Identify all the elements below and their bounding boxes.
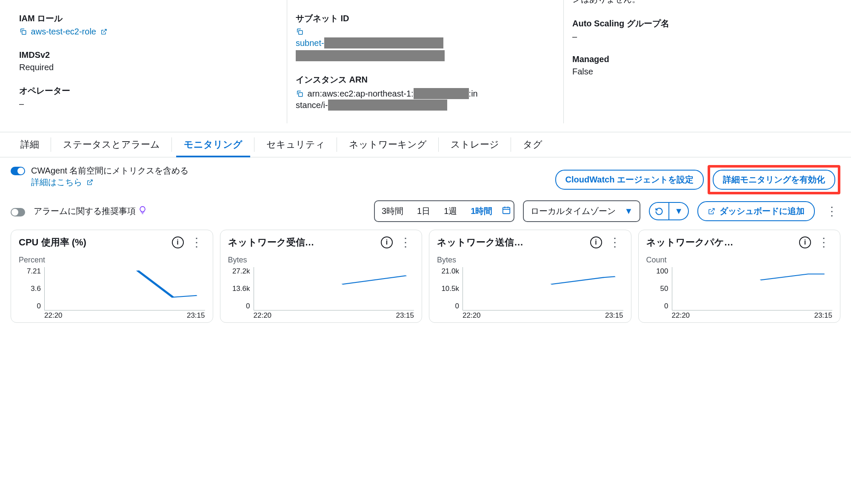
iam-role-link[interactable]: aws-test-ec2-role bbox=[31, 27, 96, 36]
chart-unit: Count bbox=[646, 256, 833, 265]
arn-label: インスタンス ARN bbox=[296, 74, 555, 85]
instance-tabs: 詳細 ステータスとアラーム モニタリング セキュリティ ネットワーキング ストレ… bbox=[0, 132, 851, 157]
chart-menu-button[interactable]: ⋮ bbox=[606, 239, 623, 245]
chart-unit: Bytes bbox=[437, 256, 623, 265]
arn-line2-prefix: stance/i- bbox=[296, 100, 328, 110]
redacted-block bbox=[296, 50, 445, 61]
x-start: 22:20 bbox=[254, 311, 272, 320]
chevron-down-icon: ▼ bbox=[674, 206, 683, 216]
y-mid: 13.6k bbox=[228, 285, 250, 293]
copy-icon[interactable] bbox=[296, 90, 303, 100]
svg-rect-0 bbox=[22, 31, 26, 34]
field-subnet-id: サブネット ID subnet- bbox=[296, 13, 555, 61]
time-opt-1w[interactable]: 1週 bbox=[440, 203, 461, 219]
info-icon[interactable]: i bbox=[381, 236, 393, 248]
time-opt-1h[interactable]: 1時間 bbox=[466, 203, 497, 219]
svg-rect-1 bbox=[299, 31, 303, 34]
time-opt-1d[interactable]: 1日 bbox=[413, 203, 434, 219]
subnet-label: サブネット ID bbox=[296, 13, 555, 24]
field-instance-arn: インスタンス ARN arn:aws:ec2:ap-northeast-1::i… bbox=[296, 74, 555, 111]
y-min: 0 bbox=[228, 302, 250, 310]
managed-label: Managed bbox=[572, 54, 832, 64]
managed-value: False bbox=[572, 67, 832, 77]
asg-value: – bbox=[572, 32, 832, 42]
add-to-dashboard-button[interactable]: ダッシュボードに追加 bbox=[697, 201, 815, 221]
tab-status[interactable]: ステータスとアラーム bbox=[51, 132, 172, 157]
chart-title: CPU 使用率 (%) bbox=[19, 236, 168, 249]
chart-unit: Percent bbox=[19, 256, 205, 265]
chart-net-in: ネットワーク受信… i ⋮ Bytes 27.2k 13.6k 0 22:20 … bbox=[220, 230, 423, 323]
refresh-menu-button[interactable]: ▼ bbox=[669, 202, 689, 220]
y-min: 0 bbox=[437, 302, 459, 310]
chart-menu-button[interactable]: ⋮ bbox=[397, 239, 414, 245]
lightbulb-icon bbox=[138, 206, 147, 216]
chart-area: 100 50 0 22:20 23:15 bbox=[646, 267, 833, 318]
cwagent-details-link[interactable]: 詳細はこちら bbox=[31, 177, 93, 187]
y-min: 0 bbox=[19, 302, 41, 310]
tab-details[interactable]: 詳細 bbox=[9, 132, 51, 157]
redacted-block bbox=[324, 37, 443, 48]
x-start: 22:20 bbox=[463, 311, 481, 320]
details-link-text: 詳細はこちら bbox=[31, 177, 82, 187]
truncated-previous-value: ンはありません。 bbox=[572, 0, 832, 5]
y-mid: 10.5k bbox=[437, 285, 459, 293]
subnet-prefix[interactable]: subnet- bbox=[296, 38, 324, 48]
monitoring-toolbar-1: CWAgent 名前空間にメトリクスを含める 詳細はこちら CloudWatch… bbox=[0, 157, 851, 199]
field-asg: Auto Scaling グループ名 – bbox=[572, 18, 832, 42]
redacted-block bbox=[414, 88, 469, 99]
alarm-recommendations-toggle[interactable] bbox=[11, 208, 25, 216]
chart-menu-button[interactable]: ⋮ bbox=[815, 239, 832, 245]
y-min: 0 bbox=[646, 302, 668, 310]
details-col-2: サブネット ID subnet- インスタンス ARN arn:aws:ec2:… bbox=[287, 0, 564, 123]
tab-storage[interactable]: ストレージ bbox=[439, 132, 511, 157]
copy-icon[interactable] bbox=[19, 28, 27, 37]
field-managed: Managed False bbox=[572, 54, 832, 77]
instance-details: IAM ロール aws-test-ec2-role IMDSv2 Require… bbox=[0, 0, 851, 132]
x-end: 23:15 bbox=[814, 311, 832, 320]
y-mid: 3.6 bbox=[19, 285, 41, 293]
add-to-dashboard-label: ダッシュボードに追加 bbox=[720, 205, 805, 217]
tab-networking[interactable]: ネットワーキング bbox=[337, 132, 439, 157]
y-max: 7.21 bbox=[19, 267, 41, 276]
time-opt-3h[interactable]: 3時間 bbox=[377, 203, 408, 219]
timezone-selector[interactable]: ローカルタイムゾーン ▼ bbox=[523, 200, 640, 222]
x-end: 23:15 bbox=[187, 311, 205, 320]
cwagent-toggle[interactable] bbox=[11, 167, 25, 175]
more-options-button[interactable]: ⋮ bbox=[823, 208, 840, 214]
redacted-block bbox=[328, 100, 447, 111]
refresh-button[interactable] bbox=[649, 202, 669, 220]
tab-monitoring[interactable]: モニタリング bbox=[172, 132, 254, 157]
configure-cwagent-button[interactable]: CloudWatch エージェントを設定 bbox=[555, 170, 704, 190]
chart-area: 7.21 3.6 0 22:20 23:15 bbox=[19, 267, 205, 318]
calendar-icon[interactable] bbox=[502, 205, 511, 217]
field-iam-role: IAM ロール aws-test-ec2-role bbox=[19, 13, 279, 37]
info-icon[interactable]: i bbox=[799, 236, 811, 248]
chevron-down-icon: ▼ bbox=[624, 206, 633, 216]
enable-detailed-monitoring-button[interactable]: 詳細モニタリングを有効化 bbox=[713, 170, 835, 190]
x-end: 23:15 bbox=[605, 311, 623, 320]
timezone-label: ローカルタイムゾーン bbox=[531, 205, 616, 217]
y-mid: 50 bbox=[646, 285, 668, 293]
x-start: 22:20 bbox=[672, 311, 690, 320]
chart-unit: Bytes bbox=[228, 256, 414, 265]
monitoring-toolbar-2: アラームに関する推奨事項 3時間 1日 1週 1時間 ローカルタイムゾーン ▼ … bbox=[0, 199, 851, 230]
info-icon[interactable]: i bbox=[590, 236, 602, 248]
chart-cpu: CPU 使用率 (%) i ⋮ Percent 7.21 3.6 0 22:20… bbox=[11, 230, 213, 323]
external-link-icon bbox=[100, 28, 107, 37]
tab-security[interactable]: セキュリティ bbox=[254, 132, 337, 157]
arn-prefix: arn:aws:ec2:ap-northeast-1: bbox=[308, 89, 414, 98]
tab-tags[interactable]: タグ bbox=[511, 132, 554, 157]
details-col-1: IAM ロール aws-test-ec2-role IMDSv2 Require… bbox=[11, 0, 287, 123]
operator-value: – bbox=[19, 99, 279, 109]
highlight-box: 詳細モニタリングを有効化 bbox=[708, 165, 840, 194]
iam-role-label: IAM ロール bbox=[19, 13, 279, 24]
external-link-icon bbox=[86, 178, 93, 188]
info-icon[interactable]: i bbox=[172, 236, 184, 248]
charts-row: CPU 使用率 (%) i ⋮ Percent 7.21 3.6 0 22:20… bbox=[0, 230, 851, 331]
chart-net-packets: ネットワークパケ… i ⋮ Count 100 50 0 22:20 23:15 bbox=[638, 230, 841, 323]
chart-net-out: ネットワーク送信… i ⋮ Bytes 21.0k 10.5k 0 22:20 … bbox=[429, 230, 631, 323]
copy-icon[interactable] bbox=[296, 28, 303, 37]
chart-menu-button[interactable]: ⋮ bbox=[188, 239, 205, 245]
external-link-icon bbox=[708, 208, 715, 215]
y-max: 100 bbox=[646, 267, 668, 276]
